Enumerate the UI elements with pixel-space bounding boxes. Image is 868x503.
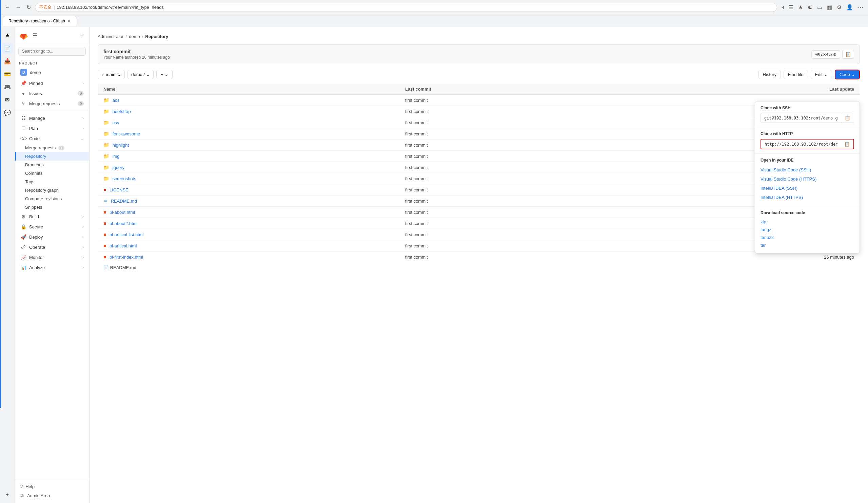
sidebar-item-plan[interactable]: ☐ Plan › (16, 123, 88, 133)
add-file-button[interactable]: + ⌄ (156, 70, 173, 79)
copy-hash-button[interactable]: 📋 (842, 50, 854, 59)
breadcrumb-administrator[interactable]: Administrator (98, 34, 124, 39)
clone-ssh-copy-button[interactable]: 📋 (841, 113, 854, 122)
commit-hash: 09c84ce0 (812, 50, 840, 59)
code-button[interactable]: Code ⌄ (835, 70, 860, 79)
breadcrumb-demo[interactable]: demo (129, 34, 140, 39)
gaming-button[interactable]: ⚙ (836, 3, 843, 12)
translate-button[interactable]: ⅎ (780, 3, 785, 12)
sidebar-sub-compare-revisions[interactable]: Compare revisions (15, 194, 89, 203)
intellij-https-link[interactable]: IntelliJ IDEA (HTTPS) (761, 193, 854, 202)
code-label: Code (29, 136, 78, 141)
clone-ssh-input[interactable] (761, 114, 841, 122)
file-name-link[interactable]: aos (113, 98, 120, 103)
games-icon[interactable]: 🎮 (2, 81, 13, 92)
sidebar-new-button[interactable]: + (79, 31, 85, 40)
sidebar-sub-commits[interactable]: Commits (15, 169, 89, 178)
sidebar-item-issues[interactable]: ● Issues 0 (16, 89, 88, 98)
sidebar-sub-branches[interactable]: Branches (15, 161, 89, 169)
file-name-link[interactable]: LICENSE (110, 187, 128, 192)
file-name-link[interactable]: screenshots (113, 176, 136, 181)
sidebar-sub-merge-requests[interactable]: Merge requests 0 (15, 143, 89, 152)
profile-button[interactable]: 👤 (845, 3, 855, 12)
sidebar-item-manage[interactable]: ☷ Manage › (16, 113, 88, 123)
back-button[interactable]: ← (3, 3, 11, 12)
vscode-https-link[interactable]: Visual Studio Code (HTTPS) (761, 174, 854, 184)
sidebar-sub-tags[interactable]: Tags (15, 178, 89, 186)
reader-mode-button[interactable]: ☰ (787, 3, 795, 12)
sidebar-item-secure[interactable]: 🔒 Secure › (16, 222, 88, 231)
table-row: 📁 font-awesome first commit (98, 128, 860, 140)
sidebar-item-merge-requests[interactable]: ⑂ Merge requests 0 (16, 99, 88, 108)
extensions-button[interactable]: ☯ (806, 3, 814, 12)
chat-icon[interactable]: 💬 (2, 107, 13, 118)
split-view-button[interactable]: ▦ (826, 3, 834, 12)
file-name-link[interactable]: bootstrap (113, 109, 131, 114)
vscode-ssh-link[interactable]: Visual Studio Code (SSH) (761, 165, 854, 174)
file-name-link[interactable]: font-awesome (113, 131, 141, 137)
more-button[interactable]: ⋯ (857, 3, 865, 12)
forward-button[interactable]: → (14, 3, 22, 12)
sidebar-toggle-button[interactable]: ☰ (31, 31, 39, 40)
commit-msg-cell: first commit (400, 195, 617, 207)
commit-title: first commit (103, 49, 170, 54)
download-zip-link[interactable]: zip (761, 218, 854, 226)
file-name-link[interactable]: css (113, 120, 119, 125)
file-name-link[interactable]: bl-aritical.html (110, 243, 137, 249)
sidebar-item-code[interactable]: </> Code ⌄ (16, 134, 88, 143)
mail-icon[interactable]: ✉ (2, 94, 13, 105)
file-name-link[interactable]: bl-about2.html (110, 221, 137, 226)
favorites-icon[interactable]: ★ (2, 30, 13, 41)
readme-footer[interactable]: 📄 README.md (98, 262, 860, 273)
address-bar[interactable]: 不安全 | 192.168.93.102/root/demo/-/tree/ma… (35, 3, 777, 12)
download-tar-link[interactable]: tar (761, 241, 854, 249)
file-name-link[interactable]: bl-aritical-list.html (110, 232, 143, 237)
intellij-ssh-link[interactable]: IntelliJ IDEA (SSH) (761, 184, 854, 193)
active-tab[interactable]: Repository · root/demo · GitLab ✕ (3, 16, 77, 26)
sidebar-sub-repository[interactable]: Repository (15, 152, 89, 161)
sidebar-sub-snippets[interactable]: Snippets (15, 203, 89, 211)
sidebar-sub-repository-graph[interactable]: Repository graph (15, 186, 89, 194)
file-name-link[interactable]: bl-about.html (110, 210, 135, 215)
repo-toolbar: ⑂ main ⌄ demo / ⌄ + ⌄ History Find file … (98, 70, 860, 79)
branch-selector[interactable]: ⑂ main ⌄ (98, 70, 125, 79)
sidebar-search-input[interactable] (18, 47, 86, 56)
download-targz-link[interactable]: tar.gz (761, 226, 854, 233)
sidebar-header: ☰ + (15, 27, 89, 44)
file-name-link[interactable]: highlight (113, 142, 129, 148)
sidebar-item-pinned[interactable]: 📌 Pinned › (16, 78, 88, 88)
commit-msg-cell: first commit (400, 184, 617, 195)
history-button[interactable]: History (758, 70, 781, 79)
clone-http-section: Clone with HTTP 📋 (755, 127, 859, 154)
sub-repository-graph-label: Repository graph (25, 188, 59, 193)
file-name-link[interactable]: img (113, 154, 120, 159)
download-tarbz2-link[interactable]: tar.bz2 (761, 233, 854, 241)
find-file-button[interactable]: Find file (784, 70, 808, 79)
file-name-link[interactable]: jquery (113, 165, 124, 170)
sidebar-item-analyze[interactable]: 📊 Analyze › (16, 263, 88, 272)
sidebar-item-deploy[interactable]: 🚀 Deploy › (16, 232, 88, 242)
sidebar-item-monitor[interactable]: 📈 Monitor › (16, 252, 88, 262)
edit-button[interactable]: Edit ⌄ (811, 70, 832, 79)
sidebar-help-item[interactable]: ? Help (18, 482, 86, 491)
clone-http-copy-button[interactable]: 📋 (841, 140, 854, 149)
add-sidebar-icon[interactable]: + (2, 490, 13, 500)
table-row: 📁 screenshots first commit (98, 173, 860, 184)
file-name-link[interactable]: README.md (111, 199, 137, 204)
bookmark-button[interactable]: ★ (797, 3, 804, 12)
wallet-icon[interactable]: 💳 (2, 69, 13, 79)
downloads-icon[interactable]: 📥 (2, 56, 13, 67)
tab-close-button[interactable]: ✕ (67, 18, 71, 24)
sidebar-item-operate[interactable]: ☍ Operate › (16, 242, 88, 252)
sidebar-item-demo[interactable]: D demo (16, 67, 88, 78)
file-name-link[interactable]: bl-first-index.html (110, 254, 143, 260)
operate-label: Operate (29, 245, 80, 250)
sidebar-view-button[interactable]: ▭ (816, 3, 824, 12)
path-segment[interactable]: demo / ⌄ (127, 70, 154, 79)
reload-button[interactable]: ↻ (25, 3, 32, 12)
sidebar-admin-area-item[interactable]: ♔ Admin Area (18, 491, 86, 500)
history-icon[interactable]: 📄 (2, 43, 13, 54)
clone-http-input[interactable] (761, 140, 841, 149)
table-row: ■ bl-aritical.html first commit 26 minut… (98, 240, 860, 252)
sidebar-item-build[interactable]: ⚙ Build › (16, 212, 88, 221)
